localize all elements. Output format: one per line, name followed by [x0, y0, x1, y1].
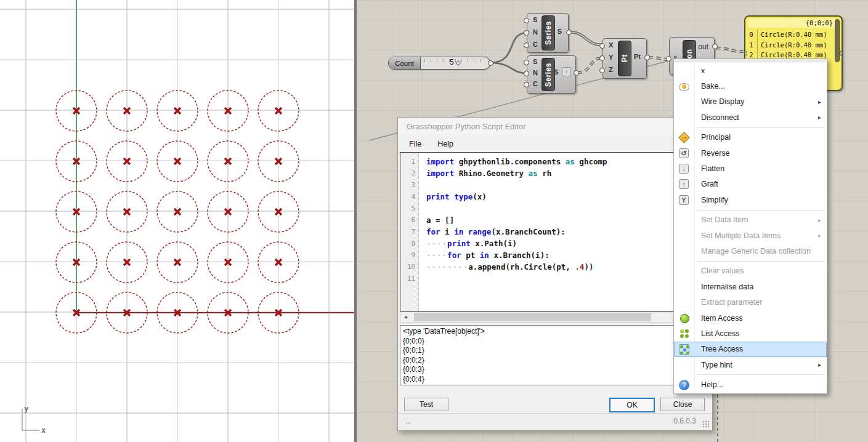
- menu-item-label: Set Multiple Data Items: [701, 231, 781, 240]
- menu-item-disconnect[interactable]: Disconnect▸: [674, 110, 827, 125]
- menu-item-set-multiple-data-items: Set Multiple Data Items▸: [674, 228, 827, 243]
- pt-name-label[interactable]: Pt: [618, 41, 631, 76]
- test-button[interactable]: Test: [404, 398, 448, 411]
- panel-output-nub[interactable]: [840, 50, 843, 56]
- menu-separator: [674, 372, 827, 377]
- rhino-viewport[interactable]: yx: [0, 0, 354, 442]
- menu-item-manage-generic-data-collection: Manage Generic Data collection: [674, 243, 827, 259]
- svg-text:y: y: [24, 404, 28, 413]
- code-line: import Rhino.Geometry as rh: [426, 167, 710, 179]
- menu-item-bake[interactable]: Bake...: [674, 78, 827, 94]
- pt-input-nub-Z[interactable]: [599, 68, 605, 73]
- menu-item-label: Disconnect: [701, 113, 739, 122]
- series2-input-nub-S[interactable]: [524, 60, 529, 65]
- menu-item-principal[interactable]: Principal: [674, 130, 827, 145]
- submenu-arrow-icon: ▸: [818, 114, 821, 121]
- menu-item-tree-access[interactable]: Tree Access: [674, 342, 827, 357]
- panel-scrollbar[interactable]: [835, 19, 840, 62]
- menu-item-label: Reverse: [701, 149, 730, 158]
- line-number: 2: [400, 167, 418, 179]
- menu-separator: [674, 208, 827, 212]
- menu-item-help[interactable]: ?Help...: [674, 377, 827, 392]
- menu-item-label: Simplify: [701, 196, 728, 204]
- line-number: 9: [400, 249, 418, 261]
- pt-input-nub-X[interactable]: [599, 43, 605, 49]
- series-component-1[interactable]: S N C Series S: [527, 13, 569, 53]
- scrollbar-thumb[interactable]: [414, 313, 651, 321]
- graft-icon: ↑: [679, 179, 689, 189]
- point-component[interactable]: X Y Z Pt Pt: [602, 38, 647, 79]
- help-icon: ?: [679, 380, 689, 390]
- output-line: <type 'DataTree[object]'>: [403, 327, 707, 337]
- submenu-arrow-icon: ▸: [818, 217, 821, 223]
- panel-row-index: 0: [745, 30, 758, 40]
- code-lines[interactable]: import ghpythonlib.components as ghcompi…: [419, 153, 710, 311]
- resize-grip[interactable]: [702, 420, 710, 428]
- horizontal-scrollbar[interactable]: ◂: [400, 311, 710, 323]
- menu-item-label: List Access: [701, 329, 740, 338]
- code-editor[interactable]: 1234567891011 import ghpythonlib.compone…: [400, 152, 710, 311]
- menu-item-x[interactable]: x: [674, 63, 827, 78]
- python-output-nub[interactable]: [712, 44, 718, 49]
- series1-output-nub[interactable]: [566, 30, 572, 35]
- menu-item-flatten[interactable]: ↓Flatten: [674, 161, 827, 176]
- menu-item-label: Set Data Item: [701, 215, 748, 224]
- series2-input-nub-N[interactable]: [524, 71, 529, 76]
- slider-output-nub[interactable]: [488, 60, 493, 66]
- panel-row-index: 1: [745, 40, 758, 50]
- menu-item-label: Manage Generic Data collection: [701, 247, 811, 255]
- scroll-left-icon[interactable]: ◂: [400, 312, 411, 322]
- python-input-nub-x[interactable]: [666, 56, 671, 62]
- ok-button[interactable]: OK: [609, 398, 655, 412]
- series2-output-label-S: S: [554, 68, 558, 76]
- series2-input-label-C: C: [533, 80, 538, 87]
- line-number: 4: [400, 191, 418, 203]
- output-line: {0;0;2}: [403, 356, 707, 366]
- series1-input-nub-S[interactable]: [524, 18, 529, 23]
- pt-input-label-Y: Y: [609, 54, 613, 61]
- line-number: 6: [400, 214, 418, 226]
- close-button[interactable]: Close: [660, 398, 705, 411]
- code-line: print type(x): [426, 191, 710, 203]
- context-menu: xBake...Wire Display▸Disconnect▸Principa…: [673, 58, 827, 394]
- menu-item-clear-values: Clear values: [674, 263, 827, 279]
- submenu-arrow-icon: ▸: [818, 98, 821, 105]
- menu-item-list-access[interactable]: List Access: [674, 326, 827, 341]
- slider-name-label: Count: [389, 57, 421, 69]
- slider-track[interactable]: 5◇: [421, 57, 490, 69]
- editor-statusbar: ... 0.6.0.3: [398, 413, 712, 430]
- series2-input-nub-C[interactable]: [524, 82, 529, 87]
- menu-item-internalise-data[interactable]: Internalise data: [674, 279, 827, 294]
- menu-item-label: Extract parameter: [701, 298, 762, 307]
- menu-separator: [674, 259, 827, 263]
- menu-item-label: Internalise data: [701, 283, 753, 291]
- menu-item-type-hint[interactable]: Type hint▸: [674, 357, 827, 372]
- menu-item-simplify[interactable]: YSimplify: [674, 192, 827, 207]
- menu-help[interactable]: Help: [437, 140, 453, 148]
- menu-item-label: Bake...: [701, 82, 725, 90]
- menu-file[interactable]: File: [409, 140, 421, 148]
- code-line: a = []: [426, 214, 710, 226]
- menu-item-item-access[interactable]: Item Access: [674, 310, 827, 326]
- menu-item-wire-display[interactable]: Wire Display▸: [674, 94, 827, 110]
- series-component-2[interactable]: S N C Series S ↑: [527, 55, 576, 94]
- series1-name-label[interactable]: Series: [541, 15, 555, 50]
- menu-item-label: Graft: [701, 180, 718, 188]
- tree-access-icon: [679, 344, 689, 355]
- pt-input-label-X: X: [609, 41, 613, 49]
- slider-value: 5: [450, 58, 454, 66]
- series2-output-nub[interactable]: [574, 70, 579, 76]
- pt-input-nub-Y[interactable]: [599, 55, 605, 61]
- series1-input-nub-C[interactable]: [524, 42, 529, 48]
- pt-output-label: Pt: [634, 53, 641, 60]
- series1-input-nub-N[interactable]: [524, 30, 529, 36]
- menu-item-reverse[interactable]: ↺Reverse: [674, 145, 827, 161]
- menu-item-graft[interactable]: ↑Graft: [674, 177, 827, 192]
- script-output-panel[interactable]: <type 'DataTree[object]'>{0;0;0}{0;0;1}{…: [400, 325, 710, 385]
- slider-knob-icon[interactable]: ◇: [456, 58, 461, 66]
- viewport-splitter[interactable]: [354, 0, 357, 442]
- count-slider[interactable]: Count 5◇: [388, 57, 490, 70]
- panel-row-value: Circle(R:0.40 mm): [758, 30, 827, 40]
- pt-output-nub[interactable]: [644, 55, 650, 60]
- series1-output-label-S: S: [558, 28, 562, 35]
